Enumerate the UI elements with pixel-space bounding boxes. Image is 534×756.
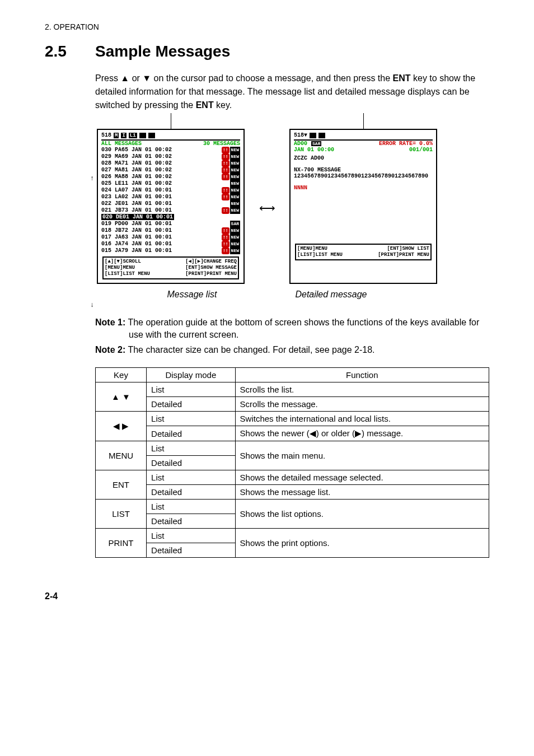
message-row: 020 DE01 JAN 01 00:01: [101, 214, 240, 221]
key-function-table: Key Display mode Function ▲ ▼ListScrolls…: [95, 367, 489, 558]
message-row: 018 JB72 JAN 01 00:01!!NEW: [101, 227, 240, 234]
message-row: 028 MA71 JAN 01 00:02!!NEW: [101, 160, 240, 167]
message-row: 017 JA63 JAN 01 00:01!!NEW: [101, 234, 240, 241]
message-row: 016 JA74 JAN 01 00:01!!NEW: [101, 241, 240, 248]
mode-icon: L1: [129, 133, 137, 138]
mode-icon: M: [114, 133, 119, 138]
message-row: 029 MA69 JAN 01 00:02!!NEW: [101, 153, 240, 160]
figure-captions: Message list Detailed message: [45, 290, 489, 300]
bidirectional-arrow-icon: ⟷: [259, 201, 275, 214]
screens-figure: ⟷ ↑↓ 518 M I L1 ALL MESSAGES 30 MESSAGES…: [45, 129, 489, 284]
message-row: 025 LE11 JAN 01 00:02NEW: [101, 180, 240, 187]
message-row: 022 JE01 JAN 01 00:01NEW: [101, 200, 240, 207]
intro-paragraph: Press ▲ or ▼ on the cursor pad to choose…: [95, 72, 489, 112]
mode-icon: I: [121, 133, 126, 138]
message-row: 027 MA81 JAN 01 00:02!!NEW: [101, 167, 240, 174]
list-title-bar: 518 M I L1: [101, 132, 240, 141]
message-row: 015 JA79 JAN 01 00:01!!NEW: [101, 248, 240, 254]
detailed-message-screen: 518▼ AD00 SAR ERROR RATE= 0.0% JAN 01 00…: [289, 129, 437, 284]
message-row: 019 PD00 JAN 01 00:01SAR: [101, 221, 240, 227]
message-row: 023 LA02 JAN 01 00:01!!NEW: [101, 194, 240, 200]
message-list-screen: ↑↓ 518 M I L1 ALL MESSAGES 30 MESSAGES 0…: [97, 129, 245, 284]
operation-guide: [MENU]MENU[ENT]SHOW LIST [LIST]LIST MENU…: [295, 244, 432, 260]
section-number: 2.5: [45, 43, 95, 60]
chapter-header: 2. OPERATION: [45, 22, 489, 31]
page-number: 2-4: [45, 591, 489, 601]
detail-title-bar: 518▼: [294, 132, 433, 141]
message-row: 026 MA88 JAN 01 00:02!!NEW: [101, 174, 240, 180]
message-row: 024 LA07 JAN 01 00:01!!NEW: [101, 187, 240, 194]
message-row: 021 JB73 JAN 01 00:01!!NEW: [101, 207, 240, 214]
section-heading: 2.5Sample Messages: [45, 43, 489, 60]
scroll-indicator: ↑↓: [90, 175, 94, 309]
message-row: 030 PA65 JAN 01 00:02!!NEW: [101, 147, 240, 153]
operation-guide: [▲][▼]SCROLL[◀][▶]CHANGE FREQ [MENU]MENU…: [102, 256, 239, 279]
notes-block: Note 1: The operation guide at the botto…: [95, 316, 489, 356]
section-title: Sample Messages: [95, 43, 230, 60]
